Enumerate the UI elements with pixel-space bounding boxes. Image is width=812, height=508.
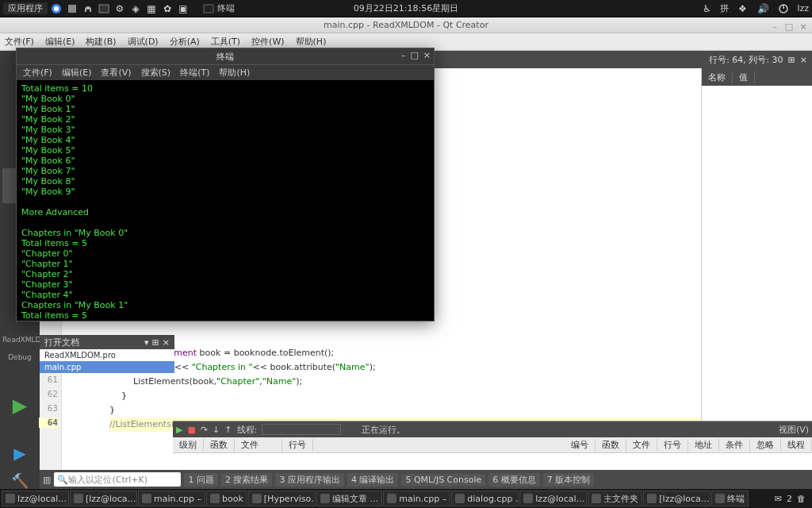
- clock[interactable]: 09月22日21:18:56星期日: [354, 2, 458, 14]
- taskbar-button[interactable]: book: [206, 491, 247, 506]
- col-num[interactable]: 编号: [565, 439, 596, 451]
- open-doc-item[interactable]: main.cpp: [40, 361, 174, 373]
- project-selector[interactable]: ReadXMLDOM: [2, 336, 37, 350]
- col-line2[interactable]: 行号: [657, 439, 688, 451]
- term-menu-terminal[interactable]: 终端(T): [180, 67, 209, 79]
- terminal-titlebar[interactable]: 终端 – □ ×: [17, 48, 434, 64]
- close-icon[interactable]: ×: [798, 19, 809, 30]
- taskbar-button[interactable]: main.cpp – …: [138, 491, 205, 506]
- tab-general[interactable]: 6 概要信息: [488, 473, 540, 487]
- ime-indicator[interactable]: 拼: [720, 2, 729, 14]
- terminal-output[interactable]: Total items = 10"My Book 0""My Book 1""M…: [17, 80, 434, 321]
- build-config[interactable]: Debug: [2, 353, 37, 368]
- active-window-label[interactable]: 终端: [217, 2, 235, 14]
- term-menu-help[interactable]: 帮助(H): [219, 67, 250, 79]
- tab-compile[interactable]: 4 编译输出: [347, 473, 399, 487]
- outline-col-name[interactable]: 名称: [702, 71, 733, 83]
- term-menu-search[interactable]: 搜索(S): [141, 67, 171, 79]
- accessibility-icon[interactable]: ♿: [699, 2, 714, 16]
- tab-app-output[interactable]: 3 应用程序输出: [275, 473, 344, 487]
- menu-analyze[interactable]: 分析(A): [170, 36, 200, 48]
- tab-vcs[interactable]: 7 版本控制: [543, 473, 595, 487]
- debug-stop-icon[interactable]: ■: [187, 425, 195, 435]
- taskbar-button[interactable]: dialog.cpp …: [451, 491, 519, 506]
- col-file2[interactable]: 文件: [626, 439, 657, 451]
- user-label[interactable]: lzz: [797, 3, 809, 13]
- menu-tools[interactable]: 工具(T): [211, 36, 240, 48]
- col-addr[interactable]: 地址: [688, 439, 719, 451]
- col-ignore[interactable]: 忽略: [750, 439, 781, 451]
- col-thread[interactable]: 线程: [781, 439, 812, 451]
- app3-icon[interactable]: ▣: [176, 2, 190, 16]
- app-icon[interactable]: [65, 2, 79, 16]
- split-icon[interactable]: ⊞: [152, 337, 159, 348]
- chrome-icon[interactable]: [49, 2, 63, 16]
- menu-debug[interactable]: 调试(D): [128, 36, 159, 48]
- diamond-icon[interactable]: ◈: [128, 2, 143, 16]
- taskbar-button[interactable]: 主文件夹: [588, 491, 642, 506]
- minimize-icon[interactable]: –: [769, 19, 780, 30]
- tab-issues[interactable]: 1 问题: [184, 473, 218, 487]
- menu-edit[interactable]: 编辑(E): [45, 36, 75, 48]
- taskbar-button[interactable]: lzz@local…: [519, 491, 587, 506]
- col-function2[interactable]: 函数: [596, 439, 626, 451]
- views-menu[interactable]: 视图(V): [779, 424, 809, 436]
- trash-icon[interactable]: 🗑: [797, 494, 806, 504]
- taskbar-button[interactable]: [lzz@loca…: [643, 491, 710, 506]
- close-pane-icon[interactable]: ×: [163, 337, 170, 348]
- col-file[interactable]: 文件: [235, 439, 282, 451]
- taskbar-button[interactable]: lzz@local…: [2, 491, 69, 506]
- tray-app-icon[interactable]: ✉: [775, 494, 782, 504]
- term-menu-file[interactable]: 文件(F): [23, 67, 52, 79]
- close-icon[interactable]: ×: [423, 50, 431, 60]
- volume-icon[interactable]: 🔊: [756, 2, 770, 16]
- terminal-icon[interactable]: [97, 2, 111, 16]
- taskbar-button[interactable]: [Hyperviso…: [248, 491, 316, 506]
- menu-file[interactable]: 文件(F): [5, 36, 34, 48]
- maximize-icon[interactable]: □: [410, 50, 418, 60]
- locator-input[interactable]: 🔍 输入以定位(Ctrl+K): [54, 472, 181, 487]
- menu-build[interactable]: 构建(B): [86, 36, 116, 48]
- split-icon[interactable]: ⊞: [788, 55, 795, 65]
- bluetooth-icon[interactable]: ❖: [735, 2, 749, 16]
- thread-combo[interactable]: [262, 424, 341, 435]
- term-menu-view[interactable]: 查看(V): [101, 67, 131, 79]
- flower-icon[interactable]: ✿: [160, 2, 174, 16]
- menu-widgets[interactable]: 控件(W): [251, 36, 284, 48]
- debug-step-out-icon[interactable]: ↑: [224, 425, 232, 435]
- taskbar-button[interactable]: 终端: [711, 491, 749, 506]
- col-line[interactable]: 行号: [282, 439, 313, 451]
- window-title: main.cpp - ReadXMLDOM - Qt Creator: [324, 20, 488, 30]
- col-function[interactable]: 函数: [204, 439, 235, 451]
- term-menu-edit[interactable]: 编辑(E): [62, 67, 92, 79]
- maximize-icon[interactable]: □: [783, 19, 795, 30]
- headphones-icon[interactable]: [81, 2, 95, 16]
- taskbar-button[interactable]: [lzz@loca…: [70, 491, 137, 506]
- minimize-icon[interactable]: –: [401, 50, 406, 60]
- tab-search[interactable]: 2 搜索结果: [221, 473, 273, 487]
- debug-continue-icon[interactable]: ▶: [176, 425, 182, 435]
- taskbar-button[interactable]: 编辑文章 …: [316, 491, 383, 506]
- workspace-indicator[interactable]: 2: [787, 494, 792, 504]
- debug-run-button[interactable]: ▶: [13, 444, 25, 463]
- tools-icon[interactable]: ⚙: [113, 2, 127, 16]
- taskbar-button[interactable]: main.cpp – …: [383, 491, 450, 506]
- run-button[interactable]: ▶: [13, 394, 27, 417]
- app2-icon[interactable]: ▦: [144, 2, 159, 16]
- app-icon: [6, 494, 15, 503]
- close-editor-icon[interactable]: ×: [800, 55, 807, 65]
- toggle-sidebar-icon[interactable]: ▥: [43, 475, 51, 485]
- menu-help[interactable]: 帮助(H): [296, 36, 327, 48]
- col-cond[interactable]: 条件: [719, 439, 750, 451]
- open-doc-item[interactable]: ReadXMLDOM.pro: [40, 349, 174, 361]
- col-level[interactable]: 级别: [173, 439, 204, 451]
- tab-qml-console[interactable]: 5 QML/JS Console: [401, 474, 485, 486]
- outline-col-value[interactable]: 值: [733, 71, 755, 83]
- applications-menu[interactable]: 应用程序: [3, 2, 48, 14]
- debug-step-into-icon[interactable]: ↓: [213, 425, 220, 435]
- build-button[interactable]: 🔨: [11, 472, 29, 489]
- open-documents-pane: 打开文档 ▾ ⊞ × ReadXMLDOM.pro main.cpp: [40, 335, 174, 373]
- chevron-down-icon[interactable]: ▾: [144, 337, 149, 348]
- debug-step-over-icon[interactable]: ↷: [201, 425, 208, 435]
- power-icon[interactable]: [776, 2, 791, 16]
